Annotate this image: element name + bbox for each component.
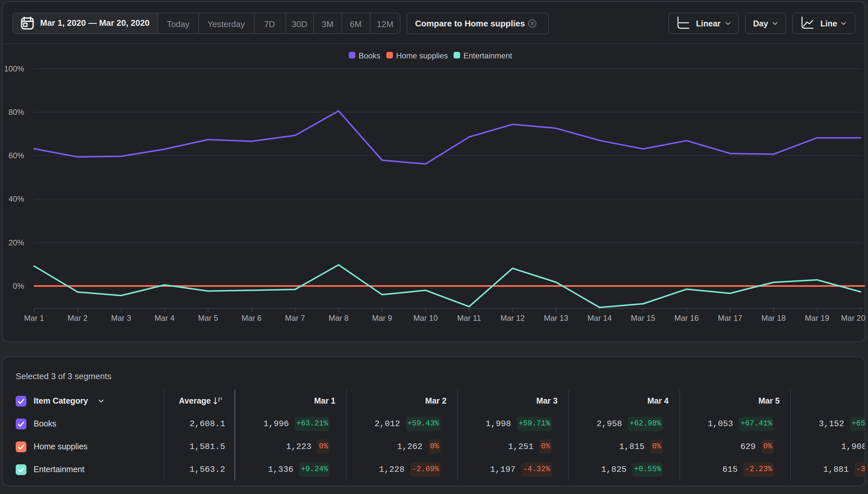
svg-text:Mar 13: Mar 13 (544, 314, 568, 322)
svg-text:Mar 15: Mar 15 (631, 314, 655, 322)
svg-text:Mar 9: Mar 9 (372, 314, 392, 322)
svg-text:Mar 1: Mar 1 (24, 314, 44, 322)
svg-text:Mar 2: Mar 2 (68, 314, 88, 322)
svg-text:Mar 11: Mar 11 (457, 314, 481, 322)
svg-text:20%: 20% (8, 238, 24, 247)
svg-text:Mar 4: Mar 4 (155, 314, 174, 322)
svg-text:Mar 8: Mar 8 (328, 314, 348, 322)
svg-text:Mar 18: Mar 18 (761, 314, 786, 322)
svg-text:Mar 14: Mar 14 (587, 314, 612, 322)
svg-text:Mar 7: Mar 7 (285, 314, 305, 322)
svg-text:Mar 17: Mar 17 (718, 314, 742, 322)
svg-text:Mar 16: Mar 16 (675, 314, 699, 322)
svg-text:Mar 12: Mar 12 (500, 314, 525, 322)
svg-text:Mar 10: Mar 10 (413, 314, 438, 322)
svg-text:40%: 40% (8, 194, 24, 203)
svg-text:Mar 6: Mar 6 (242, 314, 261, 322)
svg-text:Mar 19: Mar 19 (805, 314, 830, 322)
svg-text:80%: 80% (8, 108, 24, 116)
svg-text:100%: 100% (4, 64, 24, 73)
svg-text:60%: 60% (8, 151, 24, 160)
svg-text:Mar 20: Mar 20 (841, 314, 865, 322)
svg-text:0%: 0% (13, 282, 24, 290)
svg-text:Mar 3: Mar 3 (111, 314, 131, 322)
svg-text:Mar 5: Mar 5 (198, 314, 218, 322)
